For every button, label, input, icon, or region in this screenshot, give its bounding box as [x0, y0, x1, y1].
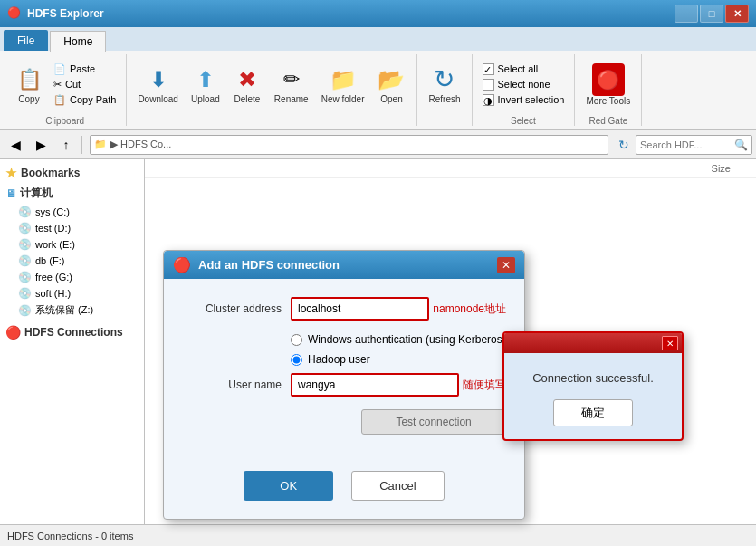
- cluster-address-input[interactable]: [291, 297, 429, 321]
- ok-button[interactable]: OK: [244, 471, 333, 501]
- drive-work[interactable]: 💿 work (E:): [0, 236, 144, 253]
- drive-icon: 💿: [18, 238, 32, 251]
- hdfs-dialog-footer: OK Cancel: [164, 462, 524, 519]
- ribbon-tabs: File Home: [0, 27, 756, 51]
- drive-sys[interactable]: 💿 sys (C:): [0, 204, 144, 220]
- app-icon: 🔴: [7, 6, 22, 21]
- cluster-address-label: Cluster address: [182, 302, 282, 315]
- auth-hadoop-radio[interactable]: [291, 354, 302, 366]
- select-all-checkbox[interactable]: ✓: [483, 63, 494, 75]
- forward-button[interactable]: ▶: [29, 134, 53, 156]
- success-dialog: ✕ Connection successful. 确定: [502, 331, 684, 441]
- confirm-button[interactable]: 确定: [553, 399, 633, 426]
- star-icon: ★: [5, 166, 17, 180]
- cluster-address-input-wrapper: namonode地址: [291, 297, 506, 321]
- bookmarks-section[interactable]: ★ Bookmarks: [0, 163, 144, 183]
- ribbon-group-more-tools: 🔴 More Tools Red Gate: [575, 54, 642, 126]
- content-header: Size: [145, 159, 756, 178]
- select-all-button[interactable]: ✓ Select all: [480, 62, 568, 76]
- refresh-icon: ↻: [430, 65, 459, 94]
- success-footer: 确定: [504, 396, 682, 439]
- paste-button[interactable]: 📄 Paste: [51, 62, 119, 76]
- upload-button[interactable]: ⬆ Upload: [187, 63, 224, 106]
- select-none-button[interactable]: Select none: [480, 78, 568, 91]
- ribbon-select-items: ✓ Select all Select none ◑ Invert select…: [480, 54, 568, 114]
- select-none-checkbox[interactable]: [483, 79, 494, 91]
- download-icon: ⬇: [144, 65, 173, 94]
- address-refresh-button[interactable]: ↻: [614, 135, 634, 155]
- drive-label: free (G:): [35, 272, 72, 283]
- auth-windows-radio[interactable]: [291, 334, 302, 346]
- breadcrumb-item[interactable]: ▶ HDFS Co...: [110, 139, 171, 150]
- hdfs-connections-section[interactable]: 🔴 HDFS Connections: [0, 322, 144, 342]
- download-button[interactable]: ⬇ Download: [134, 63, 181, 106]
- search-box[interactable]: 🔍: [636, 135, 752, 155]
- more-tools-button[interactable]: 🔴 More Tools: [582, 62, 634, 108]
- title-bar: 🔴 HDFS Explorer ─ □ ✕: [0, 0, 756, 27]
- drive-free[interactable]: 💿 free (G:): [0, 269, 144, 285]
- ribbon-group-operations: ⬇ Download ⬆ Upload ✖ Delete ✏ Rename 📁 …: [127, 54, 417, 126]
- copy-icon: 📋: [14, 65, 43, 94]
- drive-soft[interactable]: 💿 soft (H:): [0, 285, 144, 302]
- search-input[interactable]: [640, 139, 731, 150]
- ribbon: 📋 Copy 📄 Paste ✂ Cut 📋 Copy Path Clipboa…: [0, 51, 756, 130]
- invert-checkbox[interactable]: ◑: [483, 94, 494, 106]
- rename-button[interactable]: ✏ Rename: [271, 63, 312, 106]
- hdfs-connections-label: HDFS Connections: [24, 326, 123, 339]
- select-options: ✓ Select all Select none ◑ Invert select…: [480, 62, 568, 107]
- refresh-button[interactable]: ↻ Refresh: [425, 63, 464, 106]
- back-button[interactable]: ◀: [4, 134, 27, 156]
- cancel-button[interactable]: Cancel: [351, 471, 444, 501]
- drive-system-reserved[interactable]: 💿 系统保留 (Z:): [0, 302, 144, 319]
- username-row: User name 随便填写: [182, 373, 506, 397]
- refresh-group-label: -: [443, 114, 445, 126]
- drive-icon: 💿: [18, 206, 32, 218]
- select-group-label: Select: [511, 114, 536, 126]
- drive-db[interactable]: 💿 db (F:): [0, 253, 144, 269]
- tab-file[interactable]: File: [4, 30, 48, 51]
- drive-icon: 💿: [18, 222, 32, 235]
- search-icon: 🔍: [734, 139, 748, 151]
- maximize-button[interactable]: □: [700, 5, 723, 23]
- computer-section[interactable]: 🖥 计算机: [0, 183, 144, 204]
- rename-icon: ✏: [277, 65, 306, 94]
- open-button[interactable]: 📂 Open: [373, 63, 409, 106]
- success-close-button[interactable]: ✕: [662, 336, 678, 350]
- hdfs-dialog-title: Add an HDFS connection: [198, 258, 490, 272]
- address-bar[interactable]: 📁 ▶ HDFS Co...: [90, 135, 608, 155]
- drive-icon: 💿: [18, 287, 32, 300]
- copy-path-button[interactable]: 📋 Copy Path: [51, 93, 119, 107]
- computer-label: 计算机: [20, 186, 53, 201]
- ribbon-more-tools-items: 🔴 More Tools: [582, 54, 634, 114]
- drive-label: db (F:): [35, 255, 64, 266]
- upload-icon: ⬆: [191, 65, 220, 94]
- new-folder-icon: 📁: [329, 65, 358, 94]
- test-connection-wrapper: Test connection: [182, 409, 506, 435]
- window-controls: ─ □ ✕: [675, 5, 749, 23]
- status-text: HDFS Connections - 0 items: [7, 531, 133, 541]
- copy-button[interactable]: 📋 Copy: [11, 63, 47, 106]
- ribbon-operations-items: ⬇ Download ⬆ Upload ✖ Delete ✏ Rename 📁 …: [134, 54, 409, 114]
- cut-button[interactable]: ✂ Cut: [51, 78, 119, 91]
- hdfs-dialog-title-bar: 🔴 Add an HDFS connection ✕: [164, 251, 524, 279]
- delete-button[interactable]: ✖ Delete: [229, 63, 265, 106]
- invert-selection-button[interactable]: ◑ Invert selection: [480, 93, 568, 107]
- hdfs-dialog-close-button[interactable]: ✕: [497, 257, 515, 273]
- up-button[interactable]: ↑: [54, 134, 78, 156]
- sidebar: ★ Bookmarks 🖥 计算机 💿 sys (C:) 💿 test (D:)…: [0, 159, 145, 524]
- new-folder-button[interactable]: 📁 New folder: [318, 63, 368, 106]
- tab-home[interactable]: Home: [50, 31, 106, 52]
- close-button[interactable]: ✕: [725, 5, 749, 23]
- minimize-button[interactable]: ─: [675, 5, 698, 23]
- clipboard-group-label: Clipboard: [45, 114, 84, 126]
- drive-test[interactable]: 💿 test (D:): [0, 220, 144, 236]
- username-input[interactable]: [291, 373, 459, 397]
- breadcrumb-icon: 📁: [94, 139, 107, 150]
- test-connection-button[interactable]: Test connection: [361, 409, 506, 435]
- hdfs-icon: 🔴: [5, 325, 21, 340]
- cluster-address-row: Cluster address namonode地址: [182, 297, 506, 321]
- more-tools-icon: 🔴: [592, 63, 625, 96]
- drive-icon: 💿: [18, 271, 32, 283]
- toolbar-separator: [81, 136, 82, 154]
- computer-icon: 🖥: [5, 187, 16, 200]
